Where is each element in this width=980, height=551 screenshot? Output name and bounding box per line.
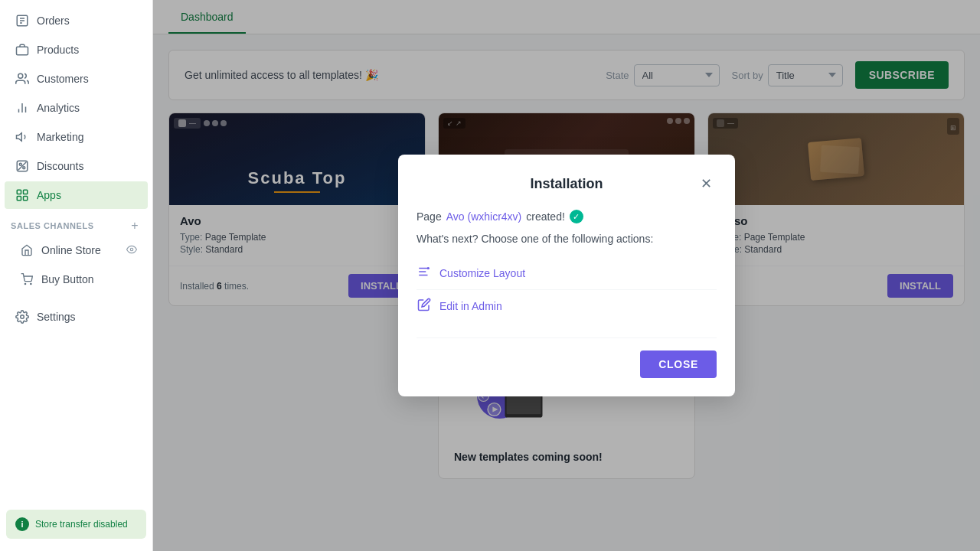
sales-channels-header: SALES CHANNELS + (0, 210, 152, 236)
modal-action-customize[interactable]: Customize Layout (416, 257, 717, 290)
sidebar-item-analytics[interactable]: Analytics (5, 94, 148, 122)
svg-marker-9 (17, 133, 22, 142)
online-store-label: Online Store (41, 244, 101, 256)
analytics-icon (15, 101, 29, 115)
modal-close-button-footer[interactable]: CLOSE (640, 350, 717, 378)
svg-point-21 (21, 315, 24, 319)
modal-created-text: created! (526, 210, 565, 223)
buy-button-label: Buy Button (41, 273, 94, 285)
sidebar-item-products-label: Products (37, 44, 79, 56)
discounts-icon (15, 159, 29, 173)
modal-page-link[interactable]: Avo (wxhicr4xv) (446, 210, 522, 223)
products-icon (15, 43, 29, 57)
main-content: Dashboard Get unlimited access to all te… (153, 0, 980, 551)
info-icon: i (15, 517, 29, 531)
svg-point-37 (427, 267, 430, 269)
svg-point-10 (19, 163, 21, 165)
buy-button-icon (20, 272, 34, 286)
svg-rect-17 (24, 197, 28, 201)
svg-point-19 (24, 283, 25, 284)
svg-point-18 (130, 248, 133, 251)
modal-action-edit[interactable]: Edit in Admin (416, 290, 717, 322)
modal-header: Installation ✕ (416, 173, 717, 194)
sidebar: Orders Products Customers Analytics Mark… (0, 0, 153, 551)
sidebar-item-orders-label: Orders (37, 15, 70, 27)
add-sales-channel-button[interactable]: + (128, 219, 142, 233)
sidebar-item-marketing-label: Marketing (37, 131, 83, 143)
apps-icon (15, 188, 29, 202)
modal-body: Page Avo (wxhicr4xv) created! ✓ What's n… (416, 210, 717, 322)
customers-icon (15, 72, 29, 86)
modal-page-label: Page (416, 210, 442, 223)
modal-close-button[interactable]: ✕ (695, 173, 717, 194)
svg-rect-15 (24, 190, 28, 194)
modal-footer: CLOSE (416, 337, 717, 378)
svg-point-5 (18, 73, 23, 78)
orders-icon (15, 14, 29, 28)
sidebar-item-online-store[interactable]: Online Store (5, 236, 148, 264)
marketing-icon (15, 130, 29, 144)
sidebar-item-marketing[interactable]: Marketing (5, 123, 148, 151)
online-store-visibility-icon[interactable] (126, 244, 137, 257)
sidebar-item-products[interactable]: Products (5, 36, 148, 64)
settings-icon (15, 310, 29, 324)
modal-action-customize-label: Customize Layout (439, 267, 525, 279)
sidebar-item-discounts-label: Discounts (37, 160, 83, 172)
edit-in-admin-icon (416, 298, 432, 315)
sidebar-item-analytics-label: Analytics (37, 102, 80, 114)
modal-title: Installation (438, 176, 695, 192)
sales-channels-label: SALES CHANNELS (11, 221, 94, 230)
modal-check-icon: ✓ (570, 210, 583, 223)
modal-whats-next: What's next? Choose one of the following… (416, 233, 717, 245)
sidebar-item-customers[interactable]: Customers (5, 65, 148, 93)
modal-overlay: Installation ✕ Page Avo (wxhicr4xv) crea… (153, 0, 980, 551)
store-transfer-text: Store transfer disabled (35, 519, 128, 530)
svg-rect-4 (17, 47, 28, 55)
sidebar-item-customers-label: Customers (37, 73, 89, 85)
sidebar-item-settings[interactable]: Settings (5, 303, 148, 331)
customize-layout-icon (416, 265, 432, 282)
sidebar-item-discounts[interactable]: Discounts (5, 152, 148, 180)
svg-rect-16 (17, 197, 21, 201)
installation-modal: Installation ✕ Page Avo (wxhicr4xv) crea… (398, 155, 735, 396)
modal-action-edit-label: Edit in Admin (439, 300, 502, 312)
modal-created-line: Page Avo (wxhicr4xv) created! ✓ (416, 210, 717, 223)
store-transfer-banner: i Store transfer disabled (6, 510, 146, 539)
sidebar-item-orders[interactable]: Orders (5, 7, 148, 34)
svg-point-20 (31, 283, 31, 284)
sidebar-item-apps-label: Apps (37, 189, 61, 201)
svg-point-11 (23, 167, 25, 169)
sidebar-item-buy-button[interactable]: Buy Button (5, 266, 148, 293)
online-store-icon (20, 243, 34, 257)
sidebar-item-apps[interactable]: Apps (5, 181, 148, 209)
svg-rect-14 (17, 190, 21, 194)
settings-label: Settings (37, 311, 76, 323)
